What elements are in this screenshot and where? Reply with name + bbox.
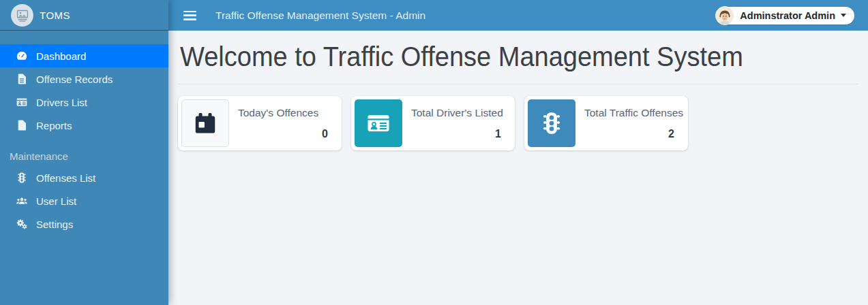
stat-card-value: 0 [238,128,328,140]
stat-cards-row: Today's Offences 0 Total Driver's Listed… [178,96,858,150]
cogs-icon [15,218,28,231]
traffic-light-icon [15,172,28,184]
sidebar-item-label: Drivers List [36,97,87,108]
brand-logo-image-placeholder-icon [11,4,33,27]
stat-card-value: 2 [584,128,674,140]
traffic-light-icon [528,99,575,147]
user-name-label: Adminstrator Admin [740,10,835,21]
app-window: TOMS Dashboard Offense Records Drivers L… [0,0,868,305]
topbar: Traffic Offense Management System - Admi… [168,0,868,31]
avatar-man-icon [715,6,734,25]
brand-title: TOMS [40,10,70,21]
sidebar-item-label: Offense Records [36,74,113,85]
sidebar-item-user-list[interactable]: User List [0,189,168,212]
file-icon [15,119,28,132]
stat-card-title: Total Traffic Offenses [584,107,674,119]
stat-card-total-offenses: Total Traffic Offenses 2 [524,96,688,150]
sidebar-section-header-maintenance: Maintenance [0,146,168,166]
stat-card-title: Total Driver's Listed [411,107,501,119]
sidebar-item-label: Offenses List [36,172,95,184]
sidebar-item-drivers-list[interactable]: Drivers List [0,91,168,114]
heading-divider [178,84,858,84]
sidebar-item-offense-records[interactable]: Offense Records [0,67,168,91]
stat-card-title: Today's Offences [238,107,328,119]
hamburger-menu-icon[interactable] [183,11,196,20]
sidebar-item-reports[interactable]: Reports [0,114,168,137]
stat-card-value: 1 [411,128,501,140]
sidebar-item-label: Settings [36,219,73,230]
file-alt-icon [15,73,28,86]
stat-card-total-drivers: Total Driver's Listed 1 [351,96,515,150]
sidebar-item-label: Dashboard [36,50,86,62]
user-menu-button[interactable]: Adminstrator Admin [716,7,854,25]
sidebar-nav: Dashboard Offense Records Drivers List R… [0,44,168,236]
sidebar-item-label: User List [36,195,76,207]
content-area: Welcome to Traffic Offense Management Sy… [168,31,868,305]
sidebar-item-settings[interactable]: Settings [0,212,168,236]
tachometer-icon [15,50,28,63]
calendar-day-icon [181,99,229,147]
stat-card-body: Total Driver's Listed 1 [402,99,511,147]
stat-card-body: Today's Offences 0 [229,99,338,147]
main-column: Traffic Offense Management System - Admi… [168,0,868,305]
page-title: Welcome to Traffic Offense Management Sy… [180,42,824,71]
topbar-title: Traffic Offense Management System - Admi… [215,10,425,22]
id-card-icon [355,99,402,147]
sidebar-item-offenses-list[interactable]: Offenses List [0,166,168,189]
stat-card-body: Total Traffic Offenses 2 [575,99,685,147]
id-card-icon [15,96,28,109]
sidebar: TOMS Dashboard Offense Records Drivers L… [0,0,168,305]
sidebar-item-dashboard[interactable]: Dashboard [0,44,168,67]
caret-down-icon [841,14,846,17]
sidebar-brand[interactable]: TOMS [0,0,168,31]
sidebar-item-label: Reports [36,120,72,131]
users-icon [15,195,28,208]
stat-card-todays-offences: Today's Offences 0 [178,96,342,150]
